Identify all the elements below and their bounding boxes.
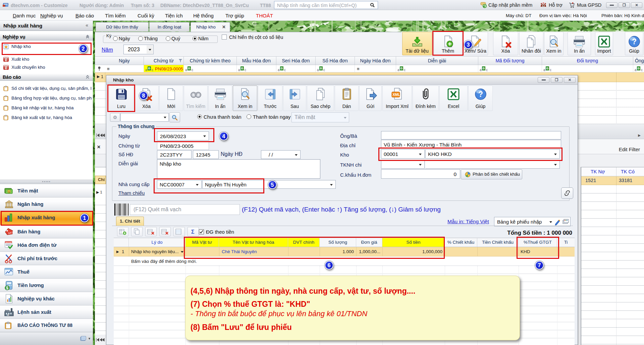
svg-text:?: ?	[632, 37, 637, 46]
svg-text:XML: XML	[393, 93, 400, 97]
svg-text:Σ: Σ	[191, 229, 195, 235]
svg-text:$: $	[6, 286, 8, 290]
svg-text:1▮1: 1▮1	[6, 314, 9, 316]
svg-text:?: ?	[478, 90, 483, 99]
svg-text:INVOICE: INVOICE	[6, 241, 11, 243]
svg-text:$: $	[8, 190, 10, 193]
